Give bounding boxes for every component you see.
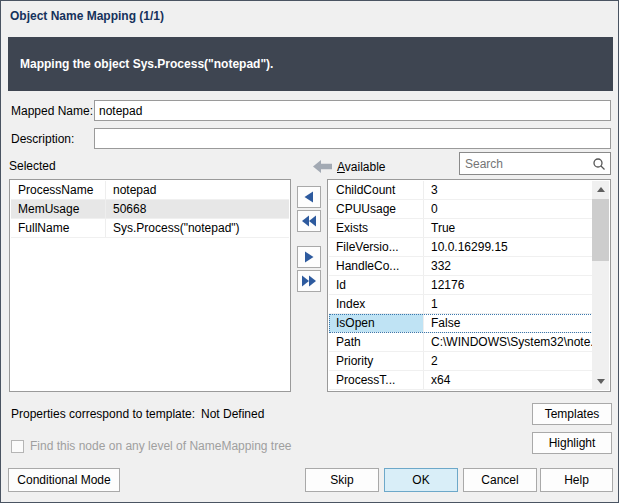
move-all-left-button[interactable] [297,210,321,232]
property-row[interactable]: Id12176 [329,276,593,295]
property-value: 12176 [424,276,593,294]
ok-button[interactable]: OK [384,468,458,492]
property-row[interactable]: IsOpenFalse [329,314,593,333]
property-name: MemUsage [11,200,106,218]
search-box [459,152,611,175]
property-name: FullName [11,219,106,237]
cancel-button[interactable]: Cancel [463,468,537,492]
title-bar: Object Name Mapping (1/1) [1,1,618,30]
property-value: 2 [424,352,593,370]
property-name: CPUUsage [329,200,424,218]
property-name: Index [329,295,424,313]
property-row[interactable]: MemUsage50668 [11,200,289,219]
available-list-label: Available [337,160,386,174]
find-node-label: Find this node on any level of NameMappi… [30,439,292,453]
window-title: Object Name Mapping (1/1) [10,9,164,23]
property-value: Sys.Process("notepad") [106,219,289,237]
property-row[interactable]: ExistsTrue [329,219,593,238]
scroll-up-button[interactable] [592,181,609,198]
templates-button[interactable]: Templates [532,403,612,425]
available-properties-list: ChildCount3CPUUsage0ExistsTrueFileVersio… [327,179,611,392]
selected-rows: ProcessNamenotepadMemUsage50668FullNameS… [11,181,289,238]
description-input[interactable] [94,128,611,149]
available-rows: ChildCount3CPUUsage0ExistsTrueFileVersio… [329,181,593,390]
property-name: ProcessT... [329,371,424,389]
description-label: Description: [11,132,74,146]
property-name: Id [329,276,424,294]
search-input[interactable] [460,153,592,174]
property-name: ChildCount [329,181,424,199]
left-arrow-icon [313,160,332,176]
find-node-checkbox[interactable] [11,440,24,453]
scroll-down-button[interactable] [592,373,609,390]
selected-properties-list: ProcessNamenotepadMemUsage50668FullNameS… [9,179,291,392]
conditional-mode-button[interactable]: Conditional Mode [8,468,120,492]
double-right-arrow-icon [301,273,317,289]
property-name: Exists [329,219,424,237]
magnifier-icon [592,157,606,171]
move-right-button[interactable] [297,246,321,268]
move-all-right-button[interactable] [297,270,321,292]
down-triangle-icon [597,379,605,384]
property-value: True [424,219,593,237]
property-row[interactable]: FullNameSys.Process("notepad") [11,219,289,238]
template-value: Not Defined [201,407,264,421]
highlight-button[interactable]: Highlight [532,432,612,454]
double-left-arrow-icon [301,213,317,229]
property-row[interactable]: CPUUsage0 [329,200,593,219]
property-value: x64 [424,371,593,389]
mapped-name-label: Mapped Name: [11,104,93,118]
property-value: 3 [424,181,593,199]
property-value: C:\WINDOWS\System32\note... [424,333,593,351]
property-row[interactable]: HandleCo...332 [329,257,593,276]
property-name: FileVersio... [329,238,424,256]
skip-button[interactable]: Skip [305,468,379,492]
property-row[interactable]: PathC:\WINDOWS\System32\note... [329,333,593,352]
mapped-name-input[interactable] [94,100,611,121]
single-right-arrow-icon [301,249,317,265]
property-row[interactable]: ChildCount3 [329,181,593,200]
property-name: Priority [329,352,424,370]
property-value: 1 [424,295,593,313]
banner-text: Mapping the object Sys.Process("notepad"… [20,57,273,71]
property-name: HandleCo... [329,257,424,275]
move-left-button[interactable] [297,186,321,208]
single-left-arrow-icon [301,189,317,205]
template-correspond-label: Properties correspond to template: [11,407,195,421]
help-button[interactable]: Help [540,468,613,492]
banner: Mapping the object Sys.Process("notepad"… [8,37,613,91]
property-name: IsOpen [329,314,424,332]
property-value: 50668 [106,200,289,218]
property-row[interactable]: ProcessNamenotepad [11,181,289,200]
property-row[interactable]: Index1 [329,295,593,314]
scrollbar-thumb[interactable] [592,199,609,261]
property-name: Path [329,333,424,351]
property-row[interactable]: FileVersio...10.0.16299.15 [329,238,593,257]
property-name: ProcessName [11,181,106,199]
property-value: 332 [424,257,593,275]
scrollbar[interactable] [592,181,609,390]
property-value: 0 [424,200,593,218]
object-name-mapping-dialog: Object Name Mapping (1/1) Mapping the ob… [0,0,619,503]
property-row[interactable]: Priority2 [329,352,593,371]
property-value: False [424,314,593,332]
property-row[interactable]: ProcessT...x64 [329,371,593,390]
property-value: notepad [106,181,289,199]
property-value: 10.0.16299.15 [424,238,593,256]
selected-list-label: Selected [9,159,56,173]
up-triangle-icon [597,187,605,192]
